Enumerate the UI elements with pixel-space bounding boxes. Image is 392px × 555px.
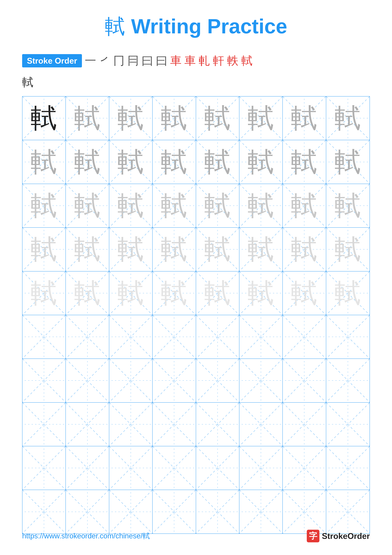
grid-cell-4-6: 軾 xyxy=(283,271,326,315)
char-3-3: 軾 xyxy=(161,236,187,263)
grid-cell-5-4 xyxy=(196,315,239,358)
grid-cell-8-6 xyxy=(283,446,326,490)
svg-line-80 xyxy=(22,315,65,358)
svg-line-92 xyxy=(283,315,326,358)
svg-line-122 xyxy=(239,403,282,446)
page: 軾 Writing Practice Stroke Order 一 ㇒ 冂 冃 … xyxy=(0,0,392,555)
svg-line-126 xyxy=(326,403,370,446)
svg-line-110 xyxy=(326,359,370,402)
grid-cell-8-0 xyxy=(22,446,66,490)
svg-line-149 xyxy=(109,490,152,533)
grid-cell-7-7 xyxy=(326,403,370,446)
grid-cell-4-7: 軾 xyxy=(326,271,370,315)
svg-line-97 xyxy=(22,359,65,402)
grid-cell-6-4 xyxy=(196,359,239,402)
svg-line-121 xyxy=(196,403,239,446)
svg-line-154 xyxy=(239,490,282,533)
svg-line-82 xyxy=(66,315,109,358)
grid-cell-1-6: 軾 xyxy=(283,140,326,183)
svg-line-120 xyxy=(196,403,239,446)
grid-row-0: 軾軾軾軾軾軾軾軾 xyxy=(22,96,370,140)
grid-cell-4-4: 軾 xyxy=(196,271,239,315)
grid-cell-3-1: 軾 xyxy=(66,228,109,271)
svg-line-141 xyxy=(283,446,326,490)
char-4-5: 軾 xyxy=(248,280,274,307)
grid-cell-9-1 xyxy=(66,490,109,533)
char-0-6: 軾 xyxy=(291,105,318,132)
stroke-step-3: 冂 xyxy=(113,53,125,68)
grid-cell-7-0 xyxy=(22,403,66,446)
svg-line-125 xyxy=(283,403,326,446)
stroke-step-10: 軒 xyxy=(213,53,224,68)
char-1-3: 軾 xyxy=(161,149,187,175)
svg-line-145 xyxy=(22,490,65,533)
grid-cell-6-7 xyxy=(326,359,370,402)
footer-url[interactable]: https://www.strokeorder.com/chinese/軾 xyxy=(22,531,150,541)
grid-cell-6-6 xyxy=(283,359,326,402)
grid-cell-8-1 xyxy=(66,446,109,490)
grid-cell-9-4 xyxy=(196,490,239,533)
practice-grid: 軾軾軾軾軾軾軾軾軾軾軾軾軾軾軾軾軾軾軾軾軾軾軾軾軾軾軾軾軾軾軾軾軾軾軾軾軾軾軾軾 xyxy=(22,96,370,534)
svg-line-152 xyxy=(196,490,239,533)
stroke-step-6: 曰 xyxy=(156,53,167,68)
svg-line-144 xyxy=(22,490,65,533)
grid-cell-0-1: 軾 xyxy=(66,96,109,140)
grid-cell-7-2 xyxy=(109,403,153,446)
char-0-0: 軾 xyxy=(30,105,57,132)
svg-line-113 xyxy=(22,403,65,446)
char-0-2: 軾 xyxy=(117,105,144,132)
svg-line-151 xyxy=(153,490,196,533)
grid-cell-4-0: 軾 xyxy=(22,271,66,315)
grid-cell-9-7 xyxy=(326,490,370,533)
grid-cell-2-3: 軾 xyxy=(153,184,196,227)
svg-line-108 xyxy=(283,359,326,402)
grid-cell-4-2: 軾 xyxy=(109,271,153,315)
footer: https://www.strokeorder.com/chinese/軾 字 … xyxy=(22,530,370,542)
grid-row-1: 軾軾軾軾軾軾軾軾 xyxy=(22,140,370,184)
svg-line-129 xyxy=(22,446,65,490)
grid-cell-8-3 xyxy=(153,446,196,490)
svg-line-158 xyxy=(326,490,370,533)
grid-cell-5-7 xyxy=(326,315,370,358)
svg-line-135 xyxy=(153,446,196,490)
char-0-1: 軾 xyxy=(74,105,101,132)
char-1-4: 軾 xyxy=(204,149,231,175)
svg-line-148 xyxy=(109,490,152,533)
svg-line-146 xyxy=(66,490,109,533)
char-4-0: 軾 xyxy=(30,280,57,307)
svg-line-117 xyxy=(109,403,152,446)
svg-line-133 xyxy=(109,446,152,490)
grid-cell-3-3: 軾 xyxy=(153,228,196,271)
stroke-step-1: 一 xyxy=(85,53,96,68)
svg-line-124 xyxy=(283,403,326,446)
char-1-5: 軾 xyxy=(248,149,274,175)
char-4-1: 軾 xyxy=(74,280,101,307)
svg-line-130 xyxy=(66,446,109,490)
svg-line-81 xyxy=(22,315,65,358)
stroke-step-7: 車 xyxy=(170,53,182,68)
grid-cell-6-0 xyxy=(22,359,66,402)
grid-cell-1-5: 軾 xyxy=(239,140,283,183)
stroke-step-9: 軋 xyxy=(199,53,210,68)
grid-cell-7-3 xyxy=(153,403,196,446)
svg-line-105 xyxy=(196,359,239,402)
char-3-6: 軾 xyxy=(291,236,318,263)
char-2-4: 軾 xyxy=(204,192,231,219)
char-3-7: 軾 xyxy=(335,236,361,263)
grid-cell-5-2 xyxy=(109,315,153,358)
footer-logo: 字 StrokeOrder xyxy=(307,530,370,542)
grid-row-3: 軾軾軾軾軾軾軾軾 xyxy=(22,228,370,271)
title-text: Writing Practice xyxy=(125,15,287,38)
char-0-3: 軾 xyxy=(161,105,187,132)
stroke-step-2: ㇒ xyxy=(99,53,110,68)
char-1-2: 軾 xyxy=(117,149,144,175)
footer-logo-text: StrokeOrder xyxy=(322,531,370,541)
grid-cell-8-2 xyxy=(109,446,153,490)
svg-line-84 xyxy=(109,315,152,358)
stroke-final-char: 軾 xyxy=(22,76,34,89)
stroke-step-5: 曰 xyxy=(142,53,153,68)
char-3-0: 軾 xyxy=(30,236,57,263)
svg-line-147 xyxy=(66,490,109,533)
svg-line-107 xyxy=(239,359,282,402)
svg-line-88 xyxy=(196,315,239,358)
